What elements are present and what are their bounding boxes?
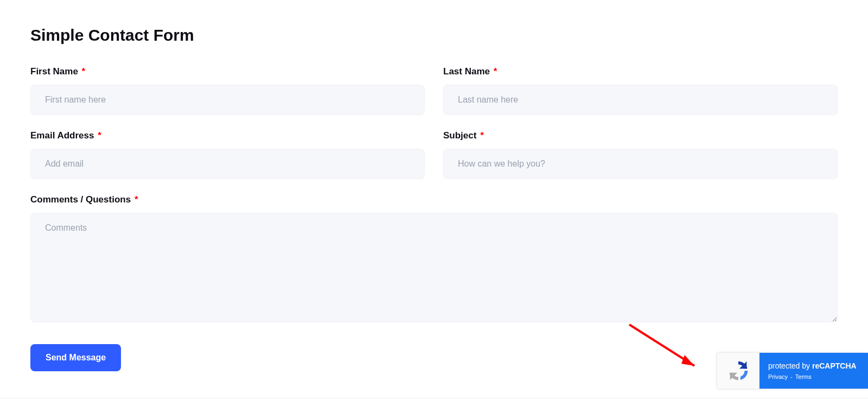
contact-form-container: Simple Contact Form First Name * Last Na… bbox=[0, 0, 868, 371]
first-name-label-text: First Name bbox=[30, 66, 78, 77]
email-field: Email Address * bbox=[30, 130, 425, 179]
required-asterisk: * bbox=[494, 66, 497, 77]
comments-label-text: Comments / Questions bbox=[30, 194, 131, 205]
recaptcha-logo-box bbox=[717, 353, 760, 389]
form-row-3: Comments / Questions * bbox=[30, 194, 838, 322]
recaptcha-title-prefix: protected by bbox=[768, 361, 812, 370]
recaptcha-terms-link[interactable]: Terms bbox=[795, 373, 812, 380]
recaptcha-links: Privacy - Terms bbox=[768, 373, 858, 380]
subject-label-text: Subject bbox=[443, 130, 476, 141]
recaptcha-icon bbox=[726, 358, 751, 383]
page-title: Simple Contact Form bbox=[30, 26, 838, 45]
email-label: Email Address * bbox=[30, 130, 425, 141]
email-input[interactable] bbox=[30, 149, 425, 179]
recaptcha-badge[interactable]: protected by reCAPTCHA Privacy - Terms bbox=[717, 353, 868, 389]
last-name-input[interactable] bbox=[443, 85, 838, 115]
first-name-field: First Name * bbox=[30, 66, 425, 115]
required-asterisk: * bbox=[82, 66, 86, 77]
comments-label: Comments / Questions * bbox=[30, 194, 838, 205]
last-name-field: Last Name * bbox=[443, 66, 838, 115]
last-name-label: Last Name * bbox=[443, 66, 838, 77]
recaptcha-privacy-link[interactable]: Privacy bbox=[768, 373, 788, 380]
comments-field: Comments / Questions * bbox=[30, 194, 838, 322]
bottom-divider bbox=[0, 398, 868, 398]
recaptcha-dash: - bbox=[789, 373, 794, 380]
required-asterisk: * bbox=[135, 194, 138, 205]
last-name-label-text: Last Name bbox=[443, 66, 490, 77]
recaptcha-title: protected by reCAPTCHA bbox=[768, 361, 858, 370]
required-asterisk: * bbox=[480, 130, 484, 141]
comments-textarea[interactable] bbox=[30, 213, 838, 322]
subject-input[interactable] bbox=[443, 149, 838, 179]
required-asterisk: * bbox=[98, 130, 101, 141]
recaptcha-text-box: protected by reCAPTCHA Privacy - Terms bbox=[760, 353, 868, 389]
subject-label: Subject * bbox=[443, 130, 838, 141]
recaptcha-title-brand: reCAPTCHA bbox=[812, 361, 857, 370]
email-label-text: Email Address bbox=[30, 130, 94, 141]
first-name-input[interactable] bbox=[30, 85, 425, 115]
form-row-1: First Name * Last Name * bbox=[30, 66, 838, 115]
form-row-2: Email Address * Subject * bbox=[30, 130, 838, 179]
subject-field: Subject * bbox=[443, 130, 838, 179]
first-name-label: First Name * bbox=[30, 66, 425, 77]
send-message-button[interactable]: Send Message bbox=[30, 344, 121, 371]
